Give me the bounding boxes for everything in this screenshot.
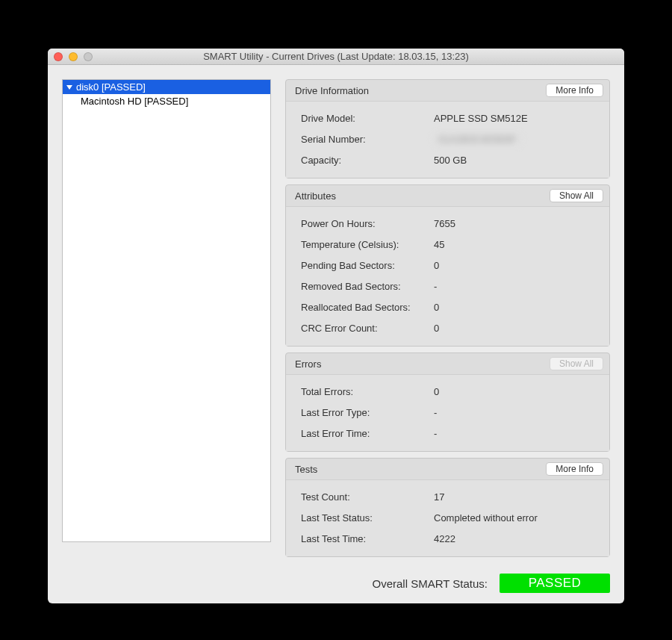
kv-last-test-status: Last Test Status:Completed without error bbox=[301, 507, 600, 528]
drive-tree[interactable]: disk0 [PASSED] Macintosh HD [PASSED] bbox=[62, 79, 271, 542]
kv-key: Drive Model: bbox=[301, 113, 434, 124]
section-header: Tests More Info bbox=[286, 459, 609, 479]
section-body: Test Count:17 Last Test Status:Completed… bbox=[286, 479, 609, 556]
section-tests: Tests More Info Test Count:17 Last Test … bbox=[285, 458, 610, 557]
kv-value: - bbox=[434, 428, 437, 439]
more-info-button[interactable]: More Info bbox=[546, 84, 603, 97]
section-title: Attributes bbox=[295, 190, 336, 202]
window-content: disk0 [PASSED] Macintosh HD [PASSED] Dri… bbox=[48, 65, 624, 603]
kv-drive-model: Drive Model: APPLE SSD SM512E bbox=[301, 108, 600, 128]
kv-power-on-hours: Power On Hours:7655 bbox=[301, 213, 600, 234]
section-drive-info: Drive Information More Info Drive Model:… bbox=[285, 79, 610, 178]
section-body: Total Errors:0 Last Error Type:- Last Er… bbox=[286, 374, 609, 451]
kv-value: 45 bbox=[434, 239, 444, 250]
kv-key: Temperature (Celsius): bbox=[301, 239, 434, 250]
show-all-button-disabled: Show All bbox=[550, 357, 603, 370]
kv-value-redacted: S1A2B3C4D5E6F bbox=[434, 134, 521, 145]
section-errors: Errors Show All Total Errors:0 Last Erro… bbox=[285, 352, 610, 452]
section-header: Errors Show All bbox=[286, 353, 609, 374]
section-body: Power On Hours:7655 Temperature (Celsius… bbox=[286, 206, 609, 346]
section-title: Tests bbox=[295, 464, 317, 475]
kv-capacity: Capacity: 500 GB bbox=[301, 149, 600, 170]
kv-value: APPLE SSD SM512E bbox=[434, 113, 528, 124]
kv-total-errors: Total Errors:0 bbox=[301, 381, 600, 402]
disclosure-triangle-icon[interactable] bbox=[66, 84, 73, 91]
overall-status-label: Overall SMART Status: bbox=[373, 577, 488, 590]
overall-status-row: Overall SMART Status: PASSED bbox=[285, 574, 610, 593]
minimize-icon[interactable] bbox=[69, 52, 78, 61]
svg-marker-0 bbox=[66, 85, 72, 90]
show-all-button[interactable]: Show All bbox=[550, 189, 603, 202]
tree-row-label: Macintosh HD [PASSED] bbox=[81, 96, 188, 107]
kv-value: 7655 bbox=[434, 218, 455, 229]
kv-value: 17 bbox=[434, 491, 444, 503]
app-window: SMART Utility - Current Drives (Last Upd… bbox=[48, 49, 624, 603]
details-pane: Drive Information More Info Drive Model:… bbox=[285, 79, 610, 593]
kv-last-error-time: Last Error Time:- bbox=[301, 423, 600, 444]
kv-key: Power On Hours: bbox=[301, 218, 434, 229]
kv-value: 0 bbox=[434, 323, 439, 334]
kv-key: Last Test Time: bbox=[301, 533, 434, 544]
kv-last-error-type: Last Error Type:- bbox=[301, 402, 600, 423]
kv-value: 500 GB bbox=[434, 155, 467, 166]
kv-removed-bad-sectors: Removed Bad Sectors:- bbox=[301, 276, 600, 296]
kv-crc-error-count: CRC Error Count:0 bbox=[301, 317, 600, 338]
kv-temperature: Temperature (Celsius):45 bbox=[301, 234, 600, 255]
kv-key: CRC Error Count: bbox=[301, 323, 434, 334]
kv-value: 0 bbox=[434, 302, 439, 313]
kv-key: Capacity: bbox=[301, 155, 434, 166]
tree-row-disk0[interactable]: disk0 [PASSED] bbox=[63, 80, 270, 94]
kv-key: Last Error Type: bbox=[301, 407, 434, 418]
kv-key: Pending Bad Sectors: bbox=[301, 260, 434, 271]
kv-pending-bad-sectors: Pending Bad Sectors:0 bbox=[301, 255, 600, 276]
kv-value: Completed without error bbox=[434, 512, 538, 524]
kv-key: Serial Number: bbox=[301, 134, 434, 145]
kv-value: 0 bbox=[434, 260, 439, 271]
tree-row-label: disk0 [PASSED] bbox=[76, 81, 146, 93]
kv-reallocated-bad-sectors: Reallocated Bad Sectors:0 bbox=[301, 296, 600, 317]
kv-test-count: Test Count:17 bbox=[301, 486, 600, 507]
kv-key: Last Error Time: bbox=[301, 428, 434, 439]
kv-key: Removed Bad Sectors: bbox=[301, 281, 434, 292]
status-badge: PASSED bbox=[500, 574, 610, 593]
kv-last-test-time: Last Test Time:4222 bbox=[301, 528, 600, 549]
close-icon[interactable] bbox=[54, 52, 63, 61]
kv-key: Test Count: bbox=[301, 491, 434, 503]
section-attributes: Attributes Show All Power On Hours:7655 … bbox=[285, 184, 610, 347]
titlebar[interactable]: SMART Utility - Current Drives (Last Upd… bbox=[48, 49, 624, 65]
kv-value: 4222 bbox=[434, 533, 455, 544]
kv-serial-number: Serial Number: S1A2B3C4D5E6F bbox=[301, 128, 600, 149]
section-header: Drive Information More Info bbox=[286, 80, 609, 101]
section-title: Errors bbox=[295, 358, 321, 370]
section-body: Drive Model: APPLE SSD SM512E Serial Num… bbox=[286, 101, 609, 178]
traffic-lights bbox=[48, 52, 93, 61]
kv-key: Reallocated Bad Sectors: bbox=[301, 302, 434, 313]
kv-value: - bbox=[434, 281, 437, 292]
zoom-icon[interactable] bbox=[84, 52, 93, 61]
kv-value: 0 bbox=[434, 386, 439, 397]
window-title: SMART Utility - Current Drives (Last Upd… bbox=[48, 51, 624, 62]
tree-row-volume[interactable]: Macintosh HD [PASSED] bbox=[63, 94, 270, 108]
kv-value: - bbox=[434, 407, 437, 418]
kv-key: Last Test Status: bbox=[301, 512, 434, 524]
more-info-button[interactable]: More Info bbox=[546, 462, 603, 476]
kv-key: Total Errors: bbox=[301, 386, 434, 397]
section-title: Drive Information bbox=[295, 85, 369, 96]
section-header: Attributes Show All bbox=[286, 185, 609, 206]
